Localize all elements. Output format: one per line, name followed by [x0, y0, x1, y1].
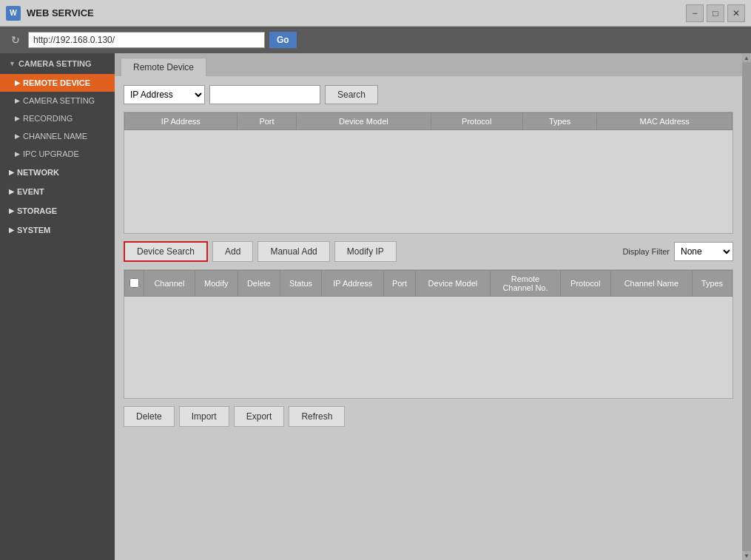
lower-col-protocol: Protocol [560, 271, 610, 297]
manual-add-button[interactable]: Manual Add [257, 241, 329, 262]
search-value-input[interactable] [209, 85, 320, 104]
lower-table-header-row: Channel Modify Delete Status IP Address … [125, 271, 733, 297]
refresh-button[interactable]: Refresh [289, 406, 345, 427]
lower-col-delete: Delete [238, 271, 280, 297]
camera-setting-header[interactable]: ▼ CAMERA SETTING [0, 53, 115, 74]
display-filter-select[interactable]: None [674, 242, 733, 261]
device-search-button[interactable]: Device Search [124, 241, 208, 262]
lower-col-types: Types [692, 271, 732, 297]
app-title: WEB SERVICE [27, 7, 686, 18]
system-arrow: ▶ [9, 226, 14, 234]
upper-col-mac: MAC Address [597, 113, 733, 130]
main-layout: ▼ CAMERA SETTING ▶ REMOTE DEVICE ▶ CAMER… [0, 53, 751, 560]
ipc-upgrade-arrow: ▶ [15, 150, 20, 158]
sidebar-item-remote-device-label: REMOTE DEVICE [23, 78, 90, 87]
sidebar-item-recording[interactable]: ▶ RECORDING [0, 109, 115, 127]
bottom-row: Delete Import Export Refresh [124, 406, 733, 427]
sidebar-item-camera-setting[interactable]: ▶ CAMERA SETTING [0, 92, 115, 109]
sidebar: ▼ CAMERA SETTING ▶ REMOTE DEVICE ▶ CAMER… [0, 53, 115, 560]
tab-remote-device[interactable]: Remote Device [121, 58, 206, 76]
go-button[interactable]: Go [269, 32, 297, 48]
app-icon: W [6, 6, 21, 21]
sidebar-group-network-label: NETWORK [17, 168, 59, 177]
modify-ip-button[interactable]: Modify IP [334, 241, 397, 262]
sidebar-group-storage[interactable]: ▶ STORAGE [0, 201, 115, 220]
upper-col-ip: IP Address [125, 113, 238, 130]
sidebar-item-camera-setting-label: CAMERA SETTING [23, 96, 95, 105]
remote-device-arrow: ▶ [15, 79, 20, 87]
add-button[interactable]: Add [212, 241, 253, 262]
maximize-button[interactable]: □ [707, 4, 724, 22]
scrollbar-down-arrow[interactable]: ▼ [742, 551, 751, 560]
close-button[interactable]: ✕ [727, 4, 745, 22]
sidebar-item-remote-device[interactable]: ▶ REMOTE DEVICE [0, 74, 115, 92]
scrollbar-track[interactable] [742, 62, 751, 551]
page-refresh-icon[interactable]: ↻ [7, 32, 24, 48]
content-panel: IP Address Search IP Address Port Device… [115, 76, 742, 560]
sidebar-group-system-label: SYSTEM [17, 226, 50, 235]
upper-col-protocol: Protocol [431, 113, 522, 130]
sidebar-item-channel-name[interactable]: ▶ CHANNEL NAME [0, 127, 115, 145]
sidebar-group-system[interactable]: ▶ SYSTEM [0, 220, 115, 240]
search-row: IP Address Search [124, 85, 733, 104]
select-all-checkbox[interactable] [129, 278, 139, 288]
sidebar-item-recording-label: RECORDING [23, 114, 73, 123]
lower-table-container: Channel Modify Delete Status IP Address … [124, 269, 733, 399]
lower-col-port: Port [384, 271, 415, 297]
sidebar-group-storage-label: STORAGE [17, 206, 57, 215]
camera-setting-arrow: ▼ [9, 60, 16, 67]
content-area: Remote Device IP Address Search [115, 53, 742, 560]
upper-table-container: IP Address Port Device Model Protocol Ty… [124, 112, 733, 234]
title-bar: W WEB SERVICE − □ ✕ [0, 0, 751, 27]
event-arrow: ▶ [9, 188, 14, 195]
sidebar-item-ipc-upgrade[interactable]: ▶ IPC UPGRADE [0, 145, 115, 163]
action-row: Device Search Add Manual Add Modify IP D… [124, 241, 733, 262]
tab-remote-device-label: Remote Device [133, 62, 194, 72]
export-button[interactable]: Export [234, 406, 285, 427]
sidebar-group-network[interactable]: ▶ NETWORK [0, 163, 115, 182]
lower-col-device-model: Device Model [415, 271, 491, 297]
lower-col-status: Status [280, 271, 321, 297]
lower-col-channel-name: Channel Name [610, 271, 692, 297]
upper-col-types: Types [522, 113, 596, 130]
channel-name-arrow: ▶ [15, 132, 20, 140]
lower-col-ip: IP Address [322, 271, 384, 297]
search-type-select[interactable]: IP Address [124, 85, 205, 104]
storage-arrow: ▶ [9, 207, 14, 215]
upper-table-header-row: IP Address Port Device Model Protocol Ty… [125, 113, 733, 130]
display-filter-label: Display Filter [622, 247, 670, 256]
sidebar-group-event-label: EVENT [17, 187, 44, 196]
upper-col-port: Port [237, 113, 297, 130]
minimize-button[interactable]: − [686, 4, 704, 22]
sidebar-item-ipc-upgrade-label: IPC UPGRADE [23, 149, 79, 158]
search-button[interactable]: Search [325, 85, 378, 104]
recording-arrow: ▶ [15, 115, 20, 122]
upper-device-table: IP Address Port Device Model Protocol Ty… [124, 112, 733, 130]
lower-col-remote-channel: RemoteChannel No. [491, 271, 561, 297]
address-bar: ↻ Go [0, 27, 751, 53]
right-scrollbar[interactable]: ▲ ▼ [742, 53, 751, 560]
scrollbar-up-arrow[interactable]: ▲ [742, 53, 751, 62]
window-controls: − □ ✕ [686, 4, 745, 22]
sidebar-item-channel-name-label: CHANNEL NAME [23, 132, 87, 141]
lower-col-checkbox [125, 271, 144, 297]
lower-device-table: Channel Modify Delete Status IP Address … [124, 270, 733, 297]
tab-bar: Remote Device [115, 53, 742, 76]
address-input[interactable] [28, 32, 265, 48]
import-button[interactable]: Import [179, 406, 229, 427]
sidebar-group-event[interactable]: ▶ EVENT [0, 182, 115, 201]
lower-col-modify: Modify [195, 271, 238, 297]
camera-setting-sub-arrow: ▶ [15, 97, 20, 104]
display-filter-group: Display Filter None [622, 242, 733, 261]
delete-button[interactable]: Delete [124, 406, 175, 427]
network-arrow: ▶ [9, 169, 14, 176]
upper-col-device-model: Device Model [297, 113, 431, 130]
camera-setting-label: CAMERA SETTING [18, 59, 92, 68]
lower-col-channel: Channel [144, 271, 195, 297]
